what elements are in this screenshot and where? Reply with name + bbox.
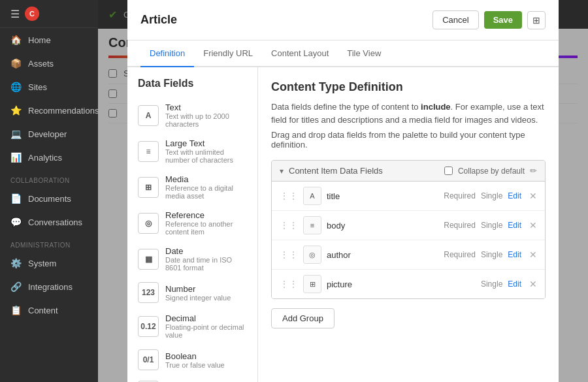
tab-tile-view[interactable]: Tile View <box>338 40 390 67</box>
field-rows-container: ⋮⋮ A title Required Single Edit ✕ ⋮⋮ ≡ b… <box>272 182 545 298</box>
drag-handle-icon[interactable]: ⋮⋮ <box>280 220 298 231</box>
date-palette-text: Date Date and time in ISO 8601 format <box>165 246 247 272</box>
decimal-field-name: Decimal <box>165 313 247 323</box>
recommendations-icon: ⭐ <box>10 105 22 116</box>
palette-item-text[interactable]: A Text Text with up to 2000 characters <box>127 97 257 133</box>
edit-group-icon[interactable]: ✏ <box>530 166 537 176</box>
picture-field-name: picture <box>327 279 470 289</box>
sidebar-item-documents[interactable]: 📄Documents <box>0 187 98 210</box>
number-palette-text: Number Signed integer value <box>165 284 231 302</box>
sidebar-item-system[interactable]: ⚙️System <box>0 251 98 275</box>
large-text-palette-text: Large Text Text with unlimited number of… <box>165 138 247 164</box>
body-field-name: body <box>327 221 438 231</box>
sidebar-item-label: Assets <box>28 59 54 69</box>
media-palette-icon: ⊞ <box>138 177 159 198</box>
field-row-author: ⋮⋮ ◎ author Required Single Edit ✕ <box>272 240 545 270</box>
number-field-name: Number <box>165 284 231 294</box>
tab-definition[interactable]: Definition <box>140 40 194 67</box>
developer-icon: 💻 <box>10 129 22 139</box>
palette-item-number[interactable]: 123 Number Signed integer value <box>127 277 257 308</box>
sidebar-item-label: System <box>28 259 56 268</box>
author-field-icon: ◎ <box>303 246 321 264</box>
sidebar-item-content[interactable]: 📋Content <box>0 298 98 322</box>
sidebar-item-analytics[interactable]: 📊Analytics <box>0 146 98 169</box>
picture-field-icon: ⊞ <box>303 275 321 293</box>
field-row-body: ⋮⋮ ≡ body Required Single Edit ✕ <box>272 211 545 240</box>
sidebar-item-label: Integrations <box>28 282 73 292</box>
definition-title: Content Type Definition <box>271 80 546 94</box>
drag-handle-icon[interactable]: ⋮⋮ <box>280 249 298 260</box>
author-required-label: Required <box>444 250 476 259</box>
text-field-desc: Text with up to 2000 characters <box>165 112 247 128</box>
fields-box-header-right: Collapse by default ✏ <box>444 166 537 176</box>
sidebar-item-label: Documents <box>28 194 71 204</box>
palette-item-decimal[interactable]: 0.12 Decimal Floating-point or decimal v… <box>127 308 257 344</box>
add-group-button[interactable]: Add Group <box>271 308 335 328</box>
content-item-data-fields-box: ▾ Content Item Data Fields Collapse by d… <box>271 160 546 299</box>
decimal-palette-text: Decimal Floating-point or decimal value <box>165 313 247 339</box>
collapse-by-default-checkbox[interactable] <box>444 167 453 175</box>
author-field-name: author <box>327 250 438 260</box>
decimal-field-desc: Floating-point or decimal value <box>165 323 247 339</box>
body-required-label: Required <box>444 221 476 230</box>
sidebar-item-label: Recommendations <box>28 106 98 116</box>
sidebar-item-integrations[interactable]: 🔗Integrations <box>0 275 98 298</box>
author-remove-button[interactable]: ✕ <box>529 249 537 260</box>
palette-item-embedded[interactable]: {i} Embedded Content JSON formatted data <box>127 375 257 382</box>
group-label: Content Item Data Fields <box>289 166 383 176</box>
drag-handle-icon[interactable]: ⋮⋮ <box>280 279 298 289</box>
sidebar-item-conversations[interactable]: 💬Conversations <box>0 210 98 234</box>
fields-box-header-left: ▾ Content Item Data Fields <box>280 166 383 176</box>
palette-item-large-text[interactable]: ≡ Large Text Text with unlimited number … <box>127 133 257 169</box>
author-edit-button[interactable]: Edit <box>508 250 521 259</box>
number-field-desc: Signed integer value <box>165 294 231 302</box>
title-field-icon: A <box>303 187 321 205</box>
cancel-button[interactable]: Cancel <box>433 10 478 29</box>
modal-header: Article Cancel Save ⊞ <box>127 0 559 40</box>
palette-item-boolean[interactable]: 0/1 Boolean True or false value <box>127 344 257 375</box>
picture-single-label: Single <box>481 279 502 289</box>
title-required-label: Required <box>444 191 476 200</box>
sites-icon: 🌐 <box>10 82 22 92</box>
palette-item-date[interactable]: ▦ Date Date and time in ISO 8601 format <box>127 241 257 277</box>
save-button[interactable]: Save <box>484 11 522 29</box>
picture-edit-button[interactable]: Edit <box>508 279 521 289</box>
date-field-desc: Date and time in ISO 8601 format <box>165 256 247 272</box>
picture-remove-button[interactable]: ✕ <box>529 279 537 289</box>
large-text-field-name: Large Text <box>165 138 247 148</box>
sidebar-item-recommendations[interactable]: ⭐Recommendations <box>0 99 98 122</box>
modal-body: Data Fields A Text Text with up to 2000 … <box>127 67 559 382</box>
analytics-icon: 📊 <box>10 152 22 163</box>
tab-content-layout[interactable]: Content Layout <box>262 40 338 67</box>
content-icon: 📋 <box>10 305 22 315</box>
definition-panel: Content Type Definition Data fields defi… <box>258 67 559 382</box>
palette-item-reference[interactable]: ◎ Reference Reference to another content… <box>127 205 257 241</box>
title-remove-button[interactable]: ✕ <box>529 191 537 201</box>
documents-icon: 📄 <box>10 193 22 204</box>
sidebar-section-collaboration: Collaboration <box>0 169 98 187</box>
tab-friendly-url[interactable]: Friendly URL <box>194 40 262 67</box>
sidebar-item-home[interactable]: 🏠Home <box>0 28 98 52</box>
boolean-palette-icon: 0/1 <box>138 349 159 370</box>
sidebar-item-label: Sites <box>28 82 47 92</box>
sidebar-item-assets[interactable]: 📦Assets <box>0 52 98 75</box>
palette-item-media[interactable]: ⊞ Media Reference to a digital media ass… <box>127 169 257 205</box>
sidebar-item-sites[interactable]: 🌐Sites <box>0 75 98 99</box>
chevron-down-icon[interactable]: ▾ <box>280 167 284 176</box>
body-edit-button[interactable]: Edit <box>508 221 521 230</box>
modal-tabs: DefinitionFriendly URLContent LayoutTile… <box>127 40 559 67</box>
modal-title: Article <box>140 13 177 27</box>
layout-toggle-button[interactable]: ⊞ <box>527 11 546 29</box>
modal-actions: Cancel Save ⊞ <box>433 10 546 29</box>
assets-icon: 📦 <box>10 58 22 69</box>
reference-field-desc: Reference to another content item <box>165 220 247 236</box>
body-remove-button[interactable]: ✕ <box>529 220 537 231</box>
definition-desc: Data fields define the type of content t… <box>271 101 546 126</box>
body-field-icon: ≡ <box>303 216 321 234</box>
title-single-label: Single <box>481 191 502 200</box>
title-edit-button[interactable]: Edit <box>508 191 521 200</box>
text-field-name: Text <box>165 103 247 112</box>
drag-handle-icon[interactable]: ⋮⋮ <box>280 191 298 201</box>
sidebar-item-developer[interactable]: 💻Developer <box>0 122 98 146</box>
hamburger-icon[interactable]: ☰ <box>10 8 20 20</box>
